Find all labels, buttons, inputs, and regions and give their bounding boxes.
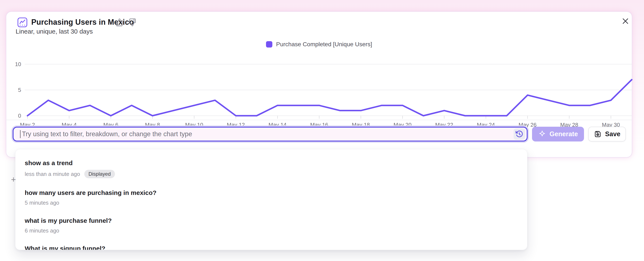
y-axis-label: 5 bbox=[18, 87, 21, 93]
history-button[interactable] bbox=[514, 128, 525, 140]
legend-label: Purchase Completed [Unique Users] bbox=[276, 41, 372, 48]
chart-card: Purchasing Users in Mexico Linear, uniqu… bbox=[6, 11, 632, 158]
divider bbox=[6, 120, 632, 120]
line-chart-icon bbox=[17, 17, 28, 28]
save-button[interactable]: Save bbox=[588, 127, 626, 141]
history-list-item[interactable]: what is my purchase funnel?6 minutes ago bbox=[16, 212, 527, 240]
prompt-input[interactable] bbox=[13, 127, 528, 141]
history-timestamp: 6 minutes ago bbox=[25, 228, 59, 234]
history-list-item[interactable]: show as a trendless than a minute agoDis… bbox=[16, 154, 527, 184]
status-badge: Displayed bbox=[84, 170, 115, 178]
history-item-meta: less than a minute agoDisplayed bbox=[25, 170, 518, 178]
legend-swatch bbox=[266, 41, 272, 47]
history-timestamp: 5 minutes ago bbox=[25, 200, 59, 206]
chart-subtitle: Linear, unique, last 30 days bbox=[16, 28, 93, 35]
chart-line-series[interactable] bbox=[28, 80, 632, 116]
text-caret bbox=[20, 130, 20, 138]
prompt-bar bbox=[13, 127, 528, 141]
thumbs-down-icon[interactable] bbox=[128, 18, 136, 27]
plus-cursor-mark: + bbox=[11, 175, 16, 184]
history-item-meta: 5 minutes ago bbox=[25, 200, 518, 206]
history-list-item[interactable]: how many users are purchasing in mexico?… bbox=[16, 184, 527, 212]
line-chart: 0510May 2May 4May 6May 8May 10May 12May … bbox=[6, 48, 632, 130]
history-dropdown: show as a trendless than a minute agoDis… bbox=[15, 149, 527, 250]
save-icon bbox=[594, 130, 602, 138]
history-timestamp: less than a minute ago bbox=[25, 171, 80, 177]
history-list-item[interactable]: What is my signup funnel?6 minutes ago bbox=[16, 240, 527, 250]
close-button[interactable] bbox=[620, 15, 631, 27]
history-item-meta: 6 minutes ago bbox=[25, 228, 518, 234]
generate-button[interactable]: Generate bbox=[532, 127, 584, 141]
page: { "header": { "title": "Purchasing Users… bbox=[0, 0, 644, 261]
history-query-text: what is my purchase funnel? bbox=[25, 217, 518, 224]
thumbs-up-icon[interactable] bbox=[115, 18, 124, 27]
save-label: Save bbox=[605, 130, 620, 138]
history-query-text: how many users are purchasing in mexico? bbox=[25, 189, 518, 196]
y-axis-label: 0 bbox=[18, 113, 21, 119]
close-icon bbox=[622, 17, 630, 25]
history-query-text: What is my signup funnel? bbox=[25, 245, 518, 250]
history-icon bbox=[515, 130, 524, 138]
history-query-text: show as a trend bbox=[25, 159, 518, 167]
y-axis-label: 10 bbox=[15, 61, 21, 67]
sparkle-icon bbox=[538, 130, 546, 138]
chart-legend: Purchase Completed [Unique Users] bbox=[6, 41, 632, 48]
generate-label: Generate bbox=[550, 130, 578, 138]
